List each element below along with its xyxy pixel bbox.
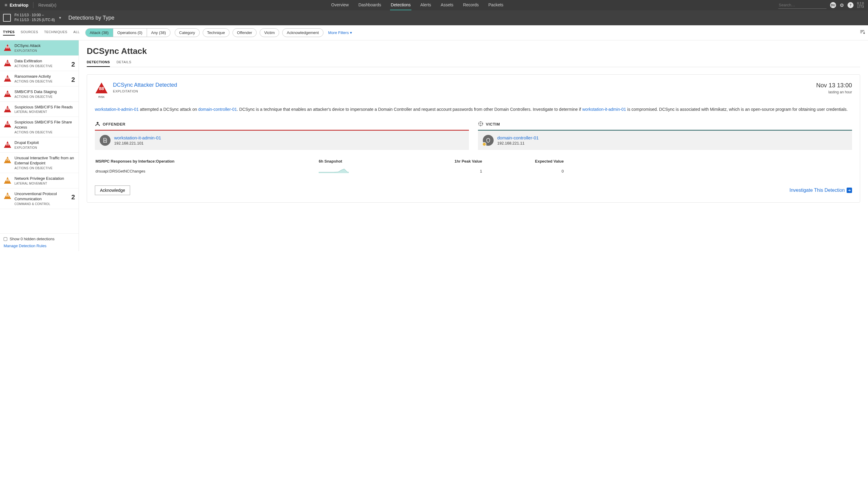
topnav-records[interactable]: Records: [462, 0, 479, 10]
detection-item-title: Ransomware Activity: [15, 74, 75, 79]
time-range-selector[interactable]: Fri 11/13 · 10:00 – Fri 11/13 · 15:25 (U…: [3, 13, 62, 22]
brand-name: ExtraHop: [10, 3, 28, 7]
risk-triangle-icon: 83: [4, 141, 12, 148]
topnav-detections[interactable]: Detections: [390, 0, 411, 10]
segment-attack[interactable]: Attack (38): [86, 29, 113, 37]
detection-item-category: ACTIONS ON OBJECTIVE: [15, 167, 75, 170]
type-segment[interactable]: Attack (38) Operations (0) Any (38): [85, 28, 170, 37]
victim-label: VICTIM: [486, 122, 500, 126]
detection-item-category: ACTIONS ON OBJECTIVE: [15, 131, 75, 134]
sidetab-techniques[interactable]: TECHNIQUES: [44, 30, 67, 36]
topnav-assets[interactable]: Assets: [440, 0, 454, 10]
topnav-alerts[interactable]: Alerts: [420, 0, 432, 10]
gear-icon[interactable]: ⚙: [840, 2, 844, 8]
topnav-packets[interactable]: Packets: [488, 0, 504, 10]
segment-any[interactable]: Any (38): [147, 29, 170, 37]
risk-triangle-icon: 83: [4, 59, 12, 67]
detection-list-item[interactable]: 65 Network Privilege Escalation LATERAL …: [0, 173, 79, 188]
offender-host-link-2[interactable]: workstation-it-admin-01: [582, 107, 626, 112]
detection-list-item[interactable]: 70 Unusual Interactive Traffic from an E…: [0, 153, 79, 173]
detection-list-item[interactable]: 83 Data Exfiltration ACTIONS ON OBJECTIV…: [0, 56, 79, 71]
detection-item-category: EXPLOITATION: [15, 146, 75, 149]
detection-item-title: Suspicious SMB/CIFS File Reads: [15, 105, 75, 110]
topnav-overview[interactable]: Overview: [331, 0, 350, 10]
detection-item-count: 2: [71, 76, 75, 84]
segment-operations[interactable]: Operations (0): [113, 29, 147, 37]
risk-triangle-icon: 60: [4, 192, 12, 199]
detection-list-item[interactable]: 83 Suspicious SMB/CIFS File Reads LATERA…: [0, 102, 79, 117]
detection-list-item[interactable]: 83 Suspicious SMB/CIFS File Share Access…: [0, 117, 79, 137]
risk-triangle-icon: 83: [4, 75, 12, 82]
sidetab-types[interactable]: TYPES: [3, 30, 15, 36]
filter-acknowledgement[interactable]: Acknowledgement: [282, 28, 323, 37]
more-filters-link[interactable]: More Filters ▾: [328, 30, 352, 35]
detection-list-item[interactable]: 83 Drupal Exploit EXPLOITATION: [0, 137, 79, 153]
metric-label: drsuapi:DRSGetNCChanges: [96, 167, 318, 176]
chevron-down-icon: ▼: [58, 16, 62, 20]
arrow-right-icon: ➜: [847, 188, 852, 193]
server-icon: [483, 135, 494, 146]
sparkline: [319, 167, 404, 176]
sidetab-all[interactable]: ALL: [73, 30, 80, 36]
risk-triangle-icon: 83: [4, 90, 12, 97]
investigate-link[interactable]: Investigate This Detection ➜: [789, 188, 852, 193]
sidetab-sources[interactable]: SOURCES: [21, 30, 38, 36]
filter-category[interactable]: Category: [175, 28, 200, 37]
detection-name-link[interactable]: DCSync Attacker Detected: [113, 82, 177, 88]
dtab-details[interactable]: DETAILS: [117, 60, 131, 67]
filter-victim[interactable]: Victim: [260, 28, 279, 37]
detection-list-item[interactable]: 83 Ransomware Activity ACTIONS ON OBJECT…: [0, 71, 79, 86]
offender-name-link[interactable]: workstation-it-admin-01: [114, 135, 161, 140]
user-badge[interactable]: DU: [830, 2, 836, 8]
offender-box[interactable]: workstation-it-admin-01 192.168.221.101: [95, 131, 469, 150]
victim-host-link[interactable]: domain-controller-01: [198, 107, 237, 112]
risk-triangle-icon: 83: [4, 120, 12, 128]
manage-rules-link[interactable]: Manage Detection Rules: [4, 243, 46, 248]
detection-list-item[interactable]: 83 SMB/CIFS Data Staging ACTIONS ON OBJE…: [0, 86, 79, 102]
detection-item-category: LATERAL MOVEMENT: [15, 110, 75, 114]
filter-technique[interactable]: Technique: [203, 28, 229, 37]
detection-category: EXPLOITATION: [113, 89, 177, 93]
risk-triangle-icon: 65: [4, 177, 12, 184]
detection-item-title: SMB/CIFS Data Staging: [15, 89, 75, 95]
offender-host-link[interactable]: workstation-it-admin-01: [95, 107, 139, 112]
global-search-input[interactable]: [778, 1, 827, 9]
brand-product: Reveal(x): [38, 3, 56, 7]
svg-point-0: [97, 122, 99, 124]
detection-item-title: Network Privilege Escalation: [15, 176, 75, 181]
risk-triangle-icon: 88 RISK: [95, 82, 108, 99]
crown-badge-icon: [482, 142, 487, 146]
detection-item-category: EXPLOITATION: [15, 49, 75, 52]
help-icon[interactable]: ?: [848, 2, 853, 8]
detection-list-item[interactable]: 88 DCSync Attack EXPLOITATION: [0, 40, 79, 56]
offender-icon: [95, 121, 100, 127]
detection-item-title: Unconventional Protocol Communication: [15, 191, 75, 202]
brand-separator: [33, 2, 33, 8]
risk-triangle-icon: 88: [4, 44, 12, 51]
detection-item-category: ACTIONS ON OBJECTIVE: [15, 95, 75, 99]
detection-list-item[interactable]: 60 Unconventional Protocol Communication…: [0, 188, 79, 209]
detection-item-category: LATERAL MOVEMENT: [15, 182, 75, 185]
dtab-detections[interactable]: DETECTIONS: [87, 60, 110, 67]
chevron-down-icon: ▾: [350, 30, 352, 35]
metrics-table: MSRPC Responses by Interface:Operation 6…: [95, 158, 852, 176]
offender-ip: 192.168.221.101: [114, 141, 161, 146]
page-title: Detections by Type: [68, 15, 115, 21]
filter-offender[interactable]: Offender: [233, 28, 257, 37]
detection-item-count: 2: [71, 193, 75, 201]
svg-point-2: [480, 123, 481, 124]
victim-name-link[interactable]: domain-controller-01: [497, 135, 539, 140]
detection-timestamp: Nov 13 13:00: [816, 82, 852, 89]
victim-box[interactable]: domain-controller-01 192.168.221.11: [478, 131, 852, 150]
detection-item-count: 2: [71, 61, 75, 68]
topnav-dashboards[interactable]: Dashboards: [358, 0, 382, 10]
checkbox-icon: [4, 237, 7, 241]
detection-item-title: DCSync Attack: [15, 44, 75, 49]
detection-item-category: ACTIONS ON OBJECTIVE: [15, 65, 75, 68]
acknowledge-button[interactable]: Acknowledge: [95, 186, 130, 195]
detection-item-title: Data Exfiltration: [15, 59, 75, 64]
show-hidden-toggle[interactable]: Show 0 hidden detections: [4, 237, 75, 241]
detection-item-category: ACTIONS ON OBJECTIVE: [15, 80, 75, 83]
sort-icon[interactable]: [860, 29, 865, 36]
detection-item-title: Drupal Exploit: [15, 140, 75, 146]
